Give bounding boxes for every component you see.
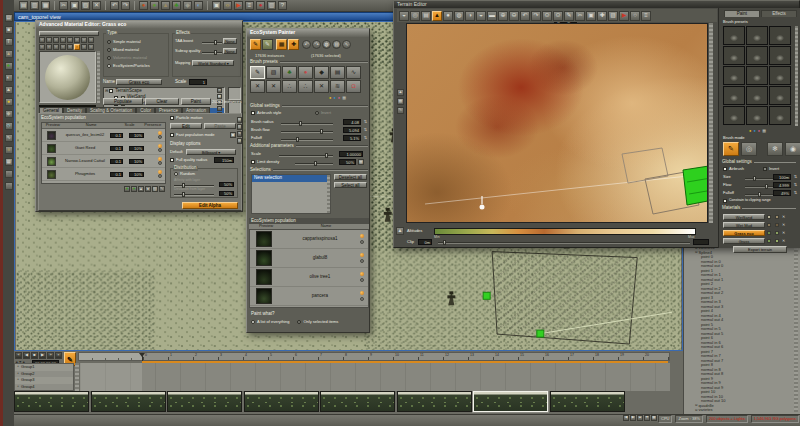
selections-scrollbar[interactable] xyxy=(327,175,330,213)
table-row[interactable]: quercus_ilex_lecim020.110% xyxy=(42,129,165,142)
ghost-preview-icon[interactable]: ◍ xyxy=(322,40,331,49)
full-quality-field[interactable]: 150m xyxy=(214,157,234,163)
material-button[interactable]: Wet Mud xyxy=(723,222,765,228)
effects-none-button-1[interactable]: None xyxy=(223,48,237,54)
deselect-all-button[interactable]: Deselect all xyxy=(334,174,367,180)
population-tool-icon-3[interactable]: ● xyxy=(145,186,151,192)
lock-dot[interactable] xyxy=(158,148,162,152)
expander-icon[interactable]: + xyxy=(17,365,19,369)
painter-slider-field-2[interactable]: 5.1% xyxy=(343,135,361,141)
terrain-slider-stepper[interactable]: ⇅ xyxy=(794,191,797,195)
preset-align[interactable]: ≋ xyxy=(330,80,345,93)
material-tool-icon-13[interactable]: ▫ xyxy=(74,44,80,50)
play-button[interactable]: ▶ xyxy=(39,352,46,359)
terrain-brush-preset-10[interactable] xyxy=(746,86,768,105)
new-scene-icon[interactable]: ▤ xyxy=(19,1,28,10)
list-item[interactable]: pancera xyxy=(250,287,368,306)
editor-edge-icon-0[interactable]: ▤ xyxy=(237,117,242,123)
material-button[interactable]: Grass eco xyxy=(723,230,765,236)
population-tool-icon-0[interactable]: ♣ xyxy=(124,186,130,192)
paint-option-1[interactable]: Only selected items xyxy=(297,320,338,324)
save-scene-icon[interactable]: ▦ xyxy=(41,1,50,10)
light-icon[interactable]: ☼ xyxy=(223,1,232,10)
preview-zoom-slider[interactable] xyxy=(97,51,100,103)
airbrush-style-checkbox[interactable]: Airbrush style xyxy=(251,111,281,115)
list-item[interactable]: capparisspinosa1 xyxy=(250,230,368,249)
expander-icon[interactable]: + xyxy=(17,385,19,389)
presence-field[interactable]: 10% xyxy=(129,159,144,164)
enable-dot[interactable] xyxy=(360,253,364,257)
terrain-side-icon-2[interactable]: ✎ xyxy=(397,107,404,114)
table-row[interactable]: Phragmites0.110% xyxy=(42,168,165,181)
population-tool-icon-4[interactable]: ▨ xyxy=(152,186,158,192)
go-end-button[interactable]: » xyxy=(47,352,54,359)
preset-color[interactable]: ● xyxy=(298,66,313,79)
redo-stroke-icon[interactable]: ↷ xyxy=(312,40,321,49)
material-name-button[interactable]: Grass eco xyxy=(116,79,162,85)
nav-down-icon[interactable]: ▼ xyxy=(644,415,650,421)
limit-density-field[interactable]: 50% xyxy=(339,159,356,165)
table-row[interactable]: Narrow-Leaved Cattail0.110% xyxy=(42,155,165,168)
soft-brush-icon[interactable]: ◍ xyxy=(454,11,464,21)
terrain-brush-preset-12[interactable] xyxy=(723,106,745,125)
nav-up-icon[interactable]: ▲ xyxy=(637,415,643,421)
material-preview-box[interactable] xyxy=(39,51,96,103)
clip-slider[interactable] xyxy=(438,242,690,243)
material-tool-icon-15[interactable]: ▫ xyxy=(88,44,94,50)
constrain-checkbox[interactable]: Constrain to clipping range xyxy=(723,199,771,203)
display-mode-icon[interactable]: ▨ xyxy=(332,40,341,49)
material-remove-icon[interactable]: ✕ xyxy=(782,231,785,235)
particle-motion-checkbox[interactable]: Particle motion xyxy=(170,116,202,120)
eraser-icon[interactable]: ▨ xyxy=(608,11,618,21)
palette-icon[interactable]: ▦ xyxy=(342,96,346,100)
lock-dot[interactable] xyxy=(360,297,364,301)
population-tool-icon-2[interactable]: ▲ xyxy=(138,186,144,192)
list-item[interactable]: olive tree1 xyxy=(250,268,368,287)
list-item[interactable]: glabul8 xyxy=(250,249,368,268)
type-radio-3[interactable] xyxy=(107,64,111,68)
effects-slider-1[interactable] xyxy=(202,52,222,53)
limit-density-icon[interactable]: ▦ xyxy=(358,159,364,165)
populate-button[interactable]: Populate xyxy=(103,98,143,105)
expander-icon[interactable]: + xyxy=(17,372,19,376)
frame-thumbnail-4[interactable] xyxy=(244,391,319,412)
scale-field[interactable]: 0.1 xyxy=(110,172,123,177)
paint-brush-button[interactable]: ✎ xyxy=(250,39,261,50)
preset-curve[interactable]: ∿ xyxy=(346,66,361,79)
material-tool-icon-1[interactable]: ▫ xyxy=(46,37,52,43)
swatch-blue-icon[interactable]: ● xyxy=(333,96,335,100)
terrain-slider-1[interactable] xyxy=(745,186,773,187)
stamp-icon[interactable]: ▣ xyxy=(586,11,596,21)
atmosphere-icon[interactable]: ◐ xyxy=(194,1,203,10)
knife-icon[interactable]: ✂ xyxy=(575,11,585,21)
expander-icon[interactable]: + xyxy=(17,378,19,382)
tab-paint[interactable]: Paint xyxy=(724,10,760,17)
stop-button[interactable]: ■ xyxy=(31,352,38,359)
full-quality-checkbox[interactable]: Full quality radius xyxy=(170,158,207,162)
painter-slider-stepper[interactable]: ⇅ xyxy=(364,128,367,132)
invert-radio[interactable]: Invert xyxy=(315,111,331,115)
painter-slider-2[interactable] xyxy=(281,139,333,140)
paint-option-0[interactable]: A list of everything xyxy=(251,320,289,324)
mapping-dropdown[interactable]: World Standard ▾ xyxy=(192,60,234,66)
nav-grid-icon[interactable]: ▦ xyxy=(651,415,657,421)
magnify-icon[interactable]: ⊙ xyxy=(542,11,552,21)
lock-dot[interactable] xyxy=(360,240,364,244)
terrain-brush-preset-2[interactable] xyxy=(769,26,791,45)
zoom-in-icon[interactable]: ⊕ xyxy=(498,11,508,21)
terrain-airbrush-checkbox[interactable]: Airbrush xyxy=(723,167,744,171)
material-tool-icon-2[interactable]: ▫ xyxy=(53,37,59,43)
copy-icon[interactable]: ▣ xyxy=(70,1,79,10)
type-radio-0[interactable] xyxy=(107,40,111,44)
material-scale-field[interactable]: 1 xyxy=(189,79,207,85)
material-sphere-icon[interactable]: ● xyxy=(139,1,148,10)
frame-thumbnail-3[interactable] xyxy=(167,391,242,412)
layer-tool-icon-0[interactable]: ≡ xyxy=(217,88,222,93)
random-radio-label[interactable]: Random xyxy=(180,172,195,176)
painter-population-list[interactable]: capparisspinosa1glabul8olive tree1pancer… xyxy=(249,229,369,308)
camera-icon[interactable]: ▣ xyxy=(212,1,221,10)
rock-icon[interactable]: ◆ xyxy=(183,1,192,10)
material-remove-icon[interactable]: ✕ xyxy=(782,239,785,243)
flag-icon[interactable]: ▶ xyxy=(619,11,629,21)
step-back-button[interactable]: ◀ xyxy=(23,352,30,359)
